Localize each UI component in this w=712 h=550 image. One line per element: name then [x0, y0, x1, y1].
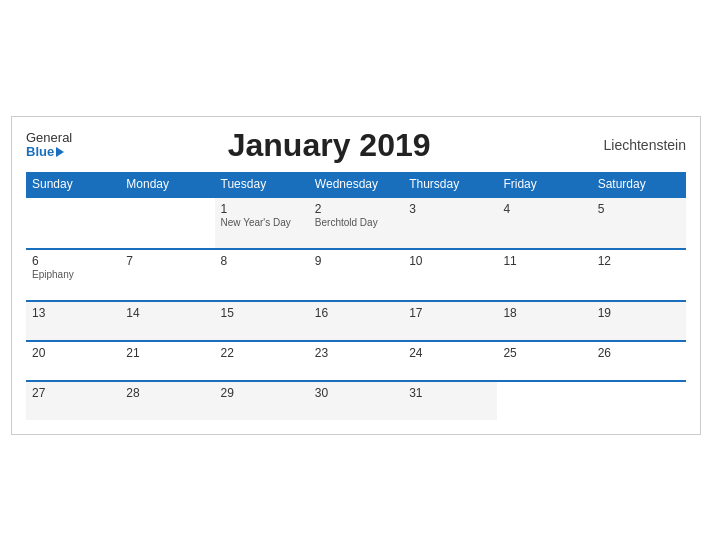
calendar-cell: 31	[403, 381, 497, 420]
calendar-cell: 12	[592, 249, 686, 301]
day-number: 26	[598, 346, 680, 360]
day-number: 3	[409, 202, 491, 216]
calendar-cell: 24	[403, 341, 497, 381]
day-number: 15	[221, 306, 303, 320]
country-name: Liechtenstein	[586, 137, 686, 153]
calendar-cell: 11	[497, 249, 591, 301]
calendar-cell	[497, 381, 591, 420]
logo-blue-text: Blue	[26, 145, 72, 159]
calendar-cell: 29	[215, 381, 309, 420]
day-number: 2	[315, 202, 397, 216]
day-number: 10	[409, 254, 491, 268]
calendar-cell: 22	[215, 341, 309, 381]
logo-triangle-icon	[56, 147, 64, 157]
weekday-header-tuesday: Tuesday	[215, 172, 309, 197]
calendar-title: January 2019	[72, 127, 586, 164]
week-row-5: 2728293031	[26, 381, 686, 420]
day-number: 23	[315, 346, 397, 360]
calendar-cell: 3	[403, 197, 497, 249]
weekday-header-monday: Monday	[120, 172, 214, 197]
weekday-header-wednesday: Wednesday	[309, 172, 403, 197]
calendar-table: SundayMondayTuesdayWednesdayThursdayFrid…	[26, 172, 686, 420]
logo-general-text: General	[26, 131, 72, 145]
calendar-cell	[120, 197, 214, 249]
day-number: 19	[598, 306, 680, 320]
calendar-cell: 13	[26, 301, 120, 341]
holiday-label: Berchtold Day	[315, 217, 397, 228]
calendar-cell: 2Berchtold Day	[309, 197, 403, 249]
calendar-cell: 30	[309, 381, 403, 420]
day-number: 21	[126, 346, 208, 360]
day-number: 31	[409, 386, 491, 400]
calendar-cell: 19	[592, 301, 686, 341]
day-number: 28	[126, 386, 208, 400]
calendar-cell: 18	[497, 301, 591, 341]
day-number: 22	[221, 346, 303, 360]
day-number: 9	[315, 254, 397, 268]
day-number: 27	[32, 386, 114, 400]
week-row-4: 20212223242526	[26, 341, 686, 381]
calendar-cell: 17	[403, 301, 497, 341]
day-number: 25	[503, 346, 585, 360]
day-number: 24	[409, 346, 491, 360]
calendar-cell: 26	[592, 341, 686, 381]
calendar-cell: 4	[497, 197, 591, 249]
calendar-cell: 28	[120, 381, 214, 420]
day-number: 1	[221, 202, 303, 216]
day-number: 13	[32, 306, 114, 320]
calendar-container: General Blue January 2019 Liechtenstein …	[11, 116, 701, 435]
calendar-cell: 8	[215, 249, 309, 301]
weekday-header-saturday: Saturday	[592, 172, 686, 197]
day-number: 20	[32, 346, 114, 360]
day-number: 11	[503, 254, 585, 268]
day-number: 30	[315, 386, 397, 400]
day-number: 8	[221, 254, 303, 268]
logo: General Blue	[26, 131, 72, 160]
weekday-header-thursday: Thursday	[403, 172, 497, 197]
calendar-cell: 23	[309, 341, 403, 381]
weekday-header-friday: Friday	[497, 172, 591, 197]
calendar-cell: 1New Year's Day	[215, 197, 309, 249]
day-number: 29	[221, 386, 303, 400]
day-number: 6	[32, 254, 114, 268]
calendar-header: General Blue January 2019 Liechtenstein	[26, 127, 686, 164]
calendar-cell: 6Epiphany	[26, 249, 120, 301]
calendar-cell: 25	[497, 341, 591, 381]
holiday-label: Epiphany	[32, 269, 114, 280]
day-number: 7	[126, 254, 208, 268]
calendar-thead: SundayMondayTuesdayWednesdayThursdayFrid…	[26, 172, 686, 197]
calendar-cell: 14	[120, 301, 214, 341]
day-number: 16	[315, 306, 397, 320]
calendar-cell	[592, 381, 686, 420]
calendar-cell: 27	[26, 381, 120, 420]
day-number: 14	[126, 306, 208, 320]
calendar-cell: 15	[215, 301, 309, 341]
day-number: 4	[503, 202, 585, 216]
day-number: 18	[503, 306, 585, 320]
calendar-cell	[26, 197, 120, 249]
calendar-cell: 7	[120, 249, 214, 301]
day-number: 12	[598, 254, 680, 268]
day-number: 5	[598, 202, 680, 216]
calendar-cell: 9	[309, 249, 403, 301]
calendar-tbody: 1New Year's Day2Berchtold Day3456Epiphan…	[26, 197, 686, 420]
weekday-header-row: SundayMondayTuesdayWednesdayThursdayFrid…	[26, 172, 686, 197]
calendar-cell: 20	[26, 341, 120, 381]
holiday-label: New Year's Day	[221, 217, 303, 228]
week-row-2: 6Epiphany789101112	[26, 249, 686, 301]
calendar-cell: 21	[120, 341, 214, 381]
calendar-cell: 10	[403, 249, 497, 301]
day-number: 17	[409, 306, 491, 320]
weekday-header-sunday: Sunday	[26, 172, 120, 197]
week-row-1: 1New Year's Day2Berchtold Day345	[26, 197, 686, 249]
calendar-cell: 16	[309, 301, 403, 341]
calendar-cell: 5	[592, 197, 686, 249]
week-row-3: 13141516171819	[26, 301, 686, 341]
